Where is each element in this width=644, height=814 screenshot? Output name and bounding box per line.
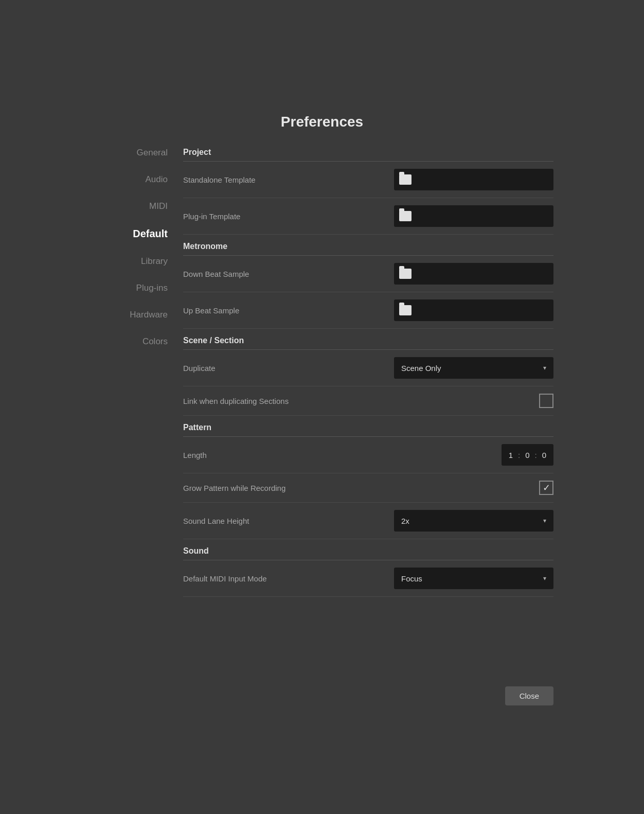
pattern-header: Pattern xyxy=(183,416,553,436)
sound-lane-dropdown[interactable]: 2x ▾ xyxy=(394,510,553,532)
sidebar-item-midi[interactable]: MIDI xyxy=(75,194,178,219)
length-row: Length 1 : 0 : 0 xyxy=(183,437,553,473)
midi-input-label: Default MIDI Input Mode xyxy=(183,574,267,583)
sidebar-item-library[interactable]: Library xyxy=(75,249,178,274)
sidebar-item-hardware[interactable]: Hardware xyxy=(75,303,178,327)
grow-pattern-checkmark: ✓ xyxy=(543,483,550,492)
midi-input-dropdown[interactable]: Focus ▾ xyxy=(394,568,553,589)
duplicate-dropdown[interactable]: Scene Only ▾ xyxy=(394,357,553,379)
sidebar: General Audio MIDI Default Library Plug-… xyxy=(75,140,178,685)
upbeat-row: Up Beat Sample xyxy=(183,292,553,329)
duplicate-row: Duplicate Scene Only ▾ xyxy=(183,350,553,386)
length-sub[interactable]: 0 xyxy=(542,451,546,459)
folder-icon-standalone xyxy=(399,174,412,185)
sound-lane-row: Sound Lane Height 2x ▾ xyxy=(183,503,553,539)
sound-lane-label: Sound Lane Height xyxy=(183,517,249,525)
folder-icon-downbeat xyxy=(399,269,412,279)
sound-lane-dropdown-arrow: ▾ xyxy=(543,517,546,524)
length-control[interactable]: 1 : 0 : 0 xyxy=(502,444,553,466)
length-sep-2: : xyxy=(534,451,536,459)
link-duplicating-checkbox[interactable] xyxy=(539,394,553,408)
midi-input-row: Default MIDI Input Mode Focus ▾ xyxy=(183,560,553,597)
standalone-template-picker[interactable] xyxy=(394,169,553,190)
sound-lane-value: 2x xyxy=(401,517,409,525)
upbeat-picker[interactable] xyxy=(394,299,553,321)
link-duplicating-label: Link when duplicating Sections xyxy=(183,397,289,405)
sound-header: Sound xyxy=(183,539,553,560)
close-btn-container: Close xyxy=(505,686,553,705)
standalone-template-row: Standalone Template xyxy=(183,162,553,198)
close-button[interactable]: Close xyxy=(505,686,553,705)
preferences-dialog: Preferences General Audio MIDI Default L… xyxy=(75,98,569,716)
duplicate-dropdown-arrow: ▾ xyxy=(543,364,546,371)
midi-input-value: Focus xyxy=(401,574,422,583)
duplicate-value: Scene Only xyxy=(401,364,441,373)
length-bars[interactable]: 1 xyxy=(509,451,513,459)
plugin-template-row: Plug-in Template xyxy=(183,198,553,235)
duplicate-label: Duplicate xyxy=(183,364,216,373)
standalone-template-label: Standalone Template xyxy=(183,175,256,184)
length-label: Length xyxy=(183,451,207,459)
sidebar-item-plugins[interactable]: Plug-ins xyxy=(75,276,178,300)
plugin-template-picker[interactable] xyxy=(394,205,553,227)
upbeat-label: Up Beat Sample xyxy=(183,306,239,315)
grow-pattern-checkbox[interactable]: ✓ xyxy=(539,481,553,495)
folder-icon-upbeat xyxy=(399,305,412,315)
metronome-header: Metronome xyxy=(183,235,553,255)
scene-header: Scene / Section xyxy=(183,329,553,349)
grow-pattern-row: Grow Pattern while Recording ✓ xyxy=(183,473,553,503)
midi-input-dropdown-arrow: ▾ xyxy=(543,575,546,582)
dialog-title: Preferences xyxy=(75,98,569,140)
downbeat-label: Down Beat Sample xyxy=(183,270,249,278)
sidebar-item-audio[interactable]: Audio xyxy=(75,167,178,192)
link-duplicating-row: Link when duplicating Sections xyxy=(183,386,553,416)
length-sep-1: : xyxy=(518,451,520,459)
sidebar-item-general[interactable]: General xyxy=(75,140,178,165)
length-beats[interactable]: 0 xyxy=(525,451,529,459)
main-content: Project Standalone Template Plug-in Temp… xyxy=(178,140,569,685)
grow-pattern-label: Grow Pattern while Recording xyxy=(183,484,285,492)
downbeat-picker[interactable] xyxy=(394,263,553,285)
downbeat-row: Down Beat Sample xyxy=(183,256,553,292)
folder-icon-plugin xyxy=(399,211,412,221)
plugin-template-label: Plug-in Template xyxy=(183,212,240,221)
project-header: Project xyxy=(183,140,553,161)
sidebar-item-default[interactable]: Default xyxy=(75,221,178,247)
dialog-body: General Audio MIDI Default Library Plug-… xyxy=(75,140,569,716)
sidebar-item-colors[interactable]: Colors xyxy=(75,329,178,354)
